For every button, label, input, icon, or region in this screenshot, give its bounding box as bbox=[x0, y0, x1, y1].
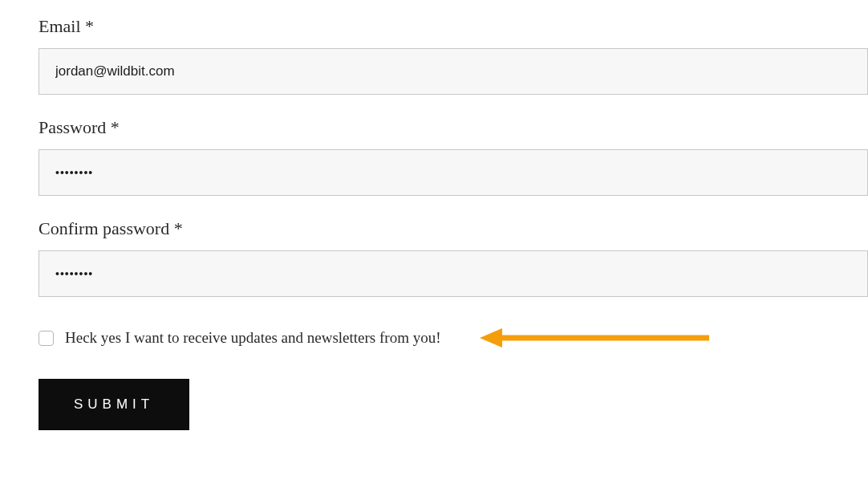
newsletter-row: Heck yes I want to receive updates and n… bbox=[39, 329, 868, 347]
annotation-arrow-icon bbox=[478, 324, 711, 352]
newsletter-label[interactable]: Heck yes I want to receive updates and n… bbox=[65, 329, 441, 347]
password-label: Password * bbox=[39, 117, 868, 138]
email-field[interactable] bbox=[39, 48, 868, 95]
confirm-password-label: Confirm password * bbox=[39, 218, 868, 239]
svg-marker-1 bbox=[480, 328, 502, 348]
password-field[interactable] bbox=[39, 149, 868, 196]
password-group: Password * bbox=[39, 117, 868, 196]
email-group: Email * bbox=[39, 16, 868, 95]
newsletter-checkbox[interactable] bbox=[39, 331, 54, 346]
submit-button[interactable]: SUBMIT bbox=[39, 379, 189, 430]
confirm-password-group: Confirm password * bbox=[39, 218, 868, 297]
confirm-password-field[interactable] bbox=[39, 250, 868, 297]
email-label: Email * bbox=[39, 16, 868, 37]
